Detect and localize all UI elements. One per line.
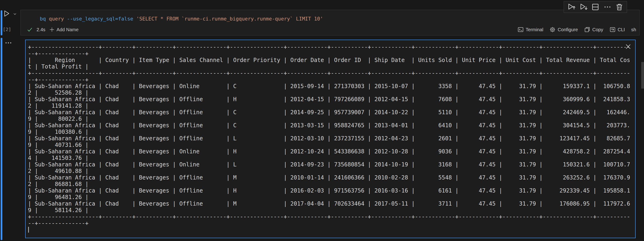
scrollbar-thumb[interactable] bbox=[641, 62, 644, 89]
copy-icon bbox=[584, 27, 590, 33]
runme-cli-icon bbox=[610, 27, 616, 33]
execution-duration: 2.4s bbox=[36, 27, 46, 32]
add-name-button[interactable]: Add Name bbox=[49, 27, 79, 32]
split-cell-button[interactable] bbox=[591, 2, 600, 12]
plus-icon bbox=[49, 27, 55, 32]
terminal-output[interactable]: +--------------------+---------+--------… bbox=[25, 40, 636, 238]
close-output-button[interactable] bbox=[624, 43, 632, 50]
code-cell[interactable]: bq query --use_legacy_sql=false 'SELECT … bbox=[20, 10, 640, 36]
add-name-label: Add Name bbox=[56, 27, 79, 32]
chevron-down-icon bbox=[12, 12, 17, 16]
cell-toolbar bbox=[564, 1, 627, 13]
language-label: sh bbox=[631, 27, 636, 32]
code-editor-line[interactable]: bq query --use_legacy_sql=false 'SELECT … bbox=[40, 16, 323, 22]
trash-icon bbox=[615, 3, 624, 11]
configure-action-button[interactable]: Configure bbox=[550, 27, 578, 33]
run-cell-button[interactable] bbox=[3, 10, 10, 17]
split-cell-icon bbox=[591, 3, 600, 11]
terminal-output-text: +--------------------+---------+--------… bbox=[28, 44, 630, 226]
code-token-flag: --use_legacy_sql=false bbox=[67, 16, 134, 22]
language-picker[interactable]: sh bbox=[631, 27, 636, 32]
run-below-icon bbox=[579, 3, 588, 11]
code-token-command: bq bbox=[40, 16, 46, 22]
cli-action-label: CLI bbox=[618, 27, 625, 32]
copy-action-label: Copy bbox=[592, 27, 603, 32]
close-icon bbox=[624, 43, 632, 50]
execute-above-button[interactable] bbox=[567, 2, 576, 12]
more-cell-actions-button[interactable] bbox=[603, 2, 612, 12]
status-bar-right: Terminal Configure bbox=[518, 27, 636, 33]
run-above-icon bbox=[567, 3, 576, 11]
play-icon bbox=[3, 10, 10, 17]
success-check-icon bbox=[27, 27, 33, 33]
output-more-actions-button[interactable] bbox=[5, 41, 14, 45]
cell-status-bar: 2.4s Add Name bbox=[21, 24, 639, 35]
execute-cell-and-below-button[interactable] bbox=[579, 2, 588, 12]
terminal-icon bbox=[518, 27, 524, 33]
code-token-string: 'SELECT * FROM `runme-ci.runme_bigquery.… bbox=[133, 16, 323, 22]
gear-icon bbox=[550, 27, 556, 33]
cli-action-button[interactable]: CLI bbox=[610, 27, 625, 33]
terminal-cursor bbox=[28, 227, 29, 232]
terminal-action-label: Terminal bbox=[526, 27, 544, 32]
configure-action-label: Configure bbox=[558, 27, 578, 32]
notebook-cell-view: [2] bbox=[0, 0, 644, 241]
status-bar-left: 2.4s Add Name bbox=[27, 27, 78, 33]
delete-cell-button[interactable] bbox=[615, 2, 624, 12]
terminal-action-button[interactable]: Terminal bbox=[518, 27, 544, 33]
ellipsis-icon bbox=[603, 3, 612, 11]
run-options-dropdown[interactable] bbox=[12, 12, 17, 16]
ellipsis-icon bbox=[5, 42, 14, 44]
output-focus-bar bbox=[1, 38, 2, 240]
execution-order-label: [2] bbox=[2, 27, 12, 32]
copy-action-button[interactable]: Copy bbox=[584, 27, 603, 33]
code-token-subcommand: query bbox=[46, 16, 67, 22]
